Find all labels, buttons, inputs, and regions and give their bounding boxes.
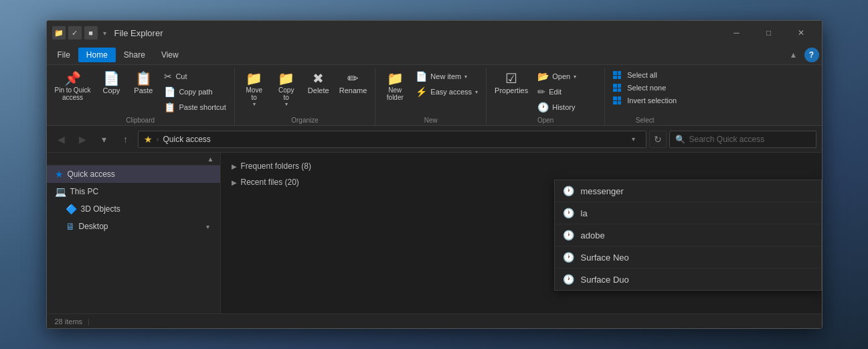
- history-button[interactable]: 🕐 History: [533, 100, 600, 115]
- ribbon-group-open: ☑ Properties 📂 Open ▾ ✏ Edit 🕐: [487, 68, 605, 125]
- move-to-button[interactable]: 📁 Move to ▾: [239, 69, 270, 109]
- sidebar-item-this-pc[interactable]: 💻 This PC: [47, 183, 220, 200]
- new-folder-button[interactable]: 📁 New folder: [379, 69, 410, 102]
- close-button[interactable]: ✕: [786, 23, 816, 43]
- recent-files-label: Recent files (20): [241, 178, 299, 187]
- sidebar-scroll-down-arrow[interactable]: ▾: [201, 222, 215, 231]
- search-result-label-adobe: adobe: [581, 230, 605, 240]
- cut-button[interactable]: ✂ Cut: [160, 69, 230, 84]
- delete-icon: ✖: [313, 72, 324, 85]
- menu-view[interactable]: View: [153, 48, 187, 62]
- path-text: Quick access: [163, 135, 623, 144]
- open-items: ☑ Properties 📂 Open ▾ ✏ Edit 🕐: [491, 69, 600, 115]
- history-icon-surface-duo: 🕐: [563, 274, 574, 285]
- copy-to-button[interactable]: 📁 Copy to ▾: [271, 69, 302, 109]
- search-result-surface-neo[interactable]: 🕐 Surface Neo: [555, 247, 821, 269]
- invert-selection-button[interactable]: Invert selection: [609, 94, 681, 107]
- paste-button[interactable]: 📋 Paste: [128, 69, 159, 96]
- minimize-button[interactable]: ─: [721, 23, 752, 43]
- up-button[interactable]: ↑: [116, 130, 135, 149]
- search-result-surface-duo[interactable]: 🕐 Surface Duo: [555, 269, 821, 290]
- paste-icon: 📋: [135, 72, 152, 85]
- window-title: File Explorer: [114, 28, 717, 38]
- open-label: Open: [552, 72, 570, 80]
- properties-button[interactable]: ☑ Properties: [491, 69, 532, 96]
- path-dropdown-button[interactable]: ▾: [627, 133, 640, 146]
- delete-button[interactable]: ✖ Delete: [303, 69, 334, 96]
- select-all-button[interactable]: Select all: [609, 69, 681, 81]
- ribbon-group-clipboard: 📌 Pin to Quick access 📄 Copy 📋 Paste ✂ C…: [47, 68, 235, 125]
- cut-icon: ✂: [164, 71, 172, 82]
- forward-button[interactable]: ▶: [74, 130, 92, 149]
- refresh-button[interactable]: ↻: [649, 131, 667, 148]
- copy-button[interactable]: 📄 Copy: [96, 69, 126, 96]
- sidebar-item-desktop[interactable]: 🖥 Desktop ▾: [47, 218, 220, 235]
- recent-locations-button[interactable]: ▾: [95, 130, 114, 149]
- search-result-label-la: la: [581, 208, 588, 218]
- window-controls: ─ □ ✕: [721, 23, 816, 43]
- address-path[interactable]: ★ › Quick access ▾: [138, 131, 646, 148]
- history-icon-surface-neo: 🕐: [563, 252, 574, 263]
- help-button[interactable]: ?: [804, 48, 819, 62]
- copy-path-label: Copy path: [179, 88, 212, 96]
- menubar: File Home Share View ▲ ?: [47, 45, 822, 65]
- scroll-up-arrow[interactable]: ▲: [204, 154, 218, 163]
- select-group-label: Select: [609, 115, 681, 125]
- search-result-adobe[interactable]: 🕐 adobe: [555, 224, 821, 247]
- select-all-icon: [613, 71, 621, 79]
- titlebar-chevron-icon[interactable]: ▾: [103, 29, 106, 37]
- statusbar: 28 items |: [47, 313, 822, 328]
- check-icon: ✓: [68, 26, 82, 40]
- recent-files-arrow: ▶: [232, 179, 237, 186]
- menu-file[interactable]: File: [50, 48, 78, 62]
- select-none-label: Select none: [627, 84, 666, 92]
- new-item-button[interactable]: 📄 New item ▾: [412, 69, 482, 84]
- ribbon-group-new: 📁 New folder 📄 New item ▾ ⚡ Easy access …: [375, 68, 487, 125]
- paste-label: Paste: [134, 86, 153, 94]
- sidebar-item-quick-access[interactable]: ★ Quick access: [47, 165, 220, 183]
- open-group-label: Open: [491, 115, 600, 125]
- file-explorer-window: 📁 ✓ ■ ▾ File Explorer ─ □ ✕ File Home Sh…: [46, 20, 822, 329]
- history-icon-messenger: 🕐: [563, 186, 574, 196]
- rename-button[interactable]: ✏ Rename: [335, 69, 371, 96]
- select-none-icon: [613, 84, 621, 92]
- frequent-folders-section[interactable]: ▶ Frequent folders (8): [229, 158, 814, 174]
- menu-share[interactable]: Share: [116, 48, 153, 62]
- copy-icon: 📄: [103, 72, 120, 85]
- search-icon: 🔍: [675, 135, 685, 144]
- history-label: History: [552, 103, 575, 111]
- select-all-label: Select all: [627, 71, 657, 79]
- quick-access-label: Quick access: [68, 169, 215, 179]
- properties-icon: ☑: [505, 72, 517, 85]
- copy-label: Copy: [103, 86, 120, 94]
- pin-to-quick-access-button[interactable]: 📌 Pin to Quick access: [51, 69, 95, 102]
- delete-label: Delete: [308, 86, 329, 94]
- sidebar-item-3d-objects[interactable]: 🔷 3D Objects: [47, 200, 220, 218]
- frequent-folders-label: Frequent folders (8): [241, 161, 311, 171]
- new-folder-label: New folder: [387, 86, 404, 101]
- easy-access-button[interactable]: ⚡ Easy access ▾: [412, 84, 482, 99]
- menu-home[interactable]: Home: [78, 48, 116, 62]
- open-arrow: ▾: [574, 74, 576, 80]
- pin-label: Pin to Quick access: [55, 86, 91, 101]
- properties-label: Properties: [495, 86, 528, 94]
- search-result-la[interactable]: 🕐 la: [555, 202, 821, 224]
- ribbon-collapse-button[interactable]: ▲: [786, 47, 802, 63]
- search-input[interactable]: [689, 135, 810, 144]
- select-small-group: Select all Select none Invert selection: [609, 69, 681, 107]
- copy-path-button[interactable]: 📄 Copy path: [160, 84, 230, 99]
- copy-path-icon: 📄: [164, 86, 175, 97]
- maximize-button[interactable]: □: [754, 23, 784, 43]
- edit-icon: ✏: [537, 86, 545, 97]
- search-result-messenger[interactable]: 🕐 messenger: [555, 180, 821, 202]
- new-small-group: 📄 New item ▾ ⚡ Easy access ▾: [412, 69, 482, 99]
- ribbon-group-organize: 📁 Move to ▾ 📁 Copy to ▾ ✖ Delete ✏ Renam…: [235, 68, 376, 125]
- select-none-button[interactable]: Select none: [609, 82, 681, 94]
- open-icon: 📂: [537, 71, 549, 82]
- new-group-label: New: [379, 115, 482, 125]
- path-separator: ›: [157, 135, 159, 144]
- paste-shortcut-button[interactable]: 📋 Paste shortcut: [160, 100, 230, 115]
- back-button[interactable]: ◀: [52, 130, 71, 149]
- edit-button[interactable]: ✏ Edit: [533, 84, 600, 99]
- open-button[interactable]: 📂 Open ▾: [533, 69, 600, 84]
